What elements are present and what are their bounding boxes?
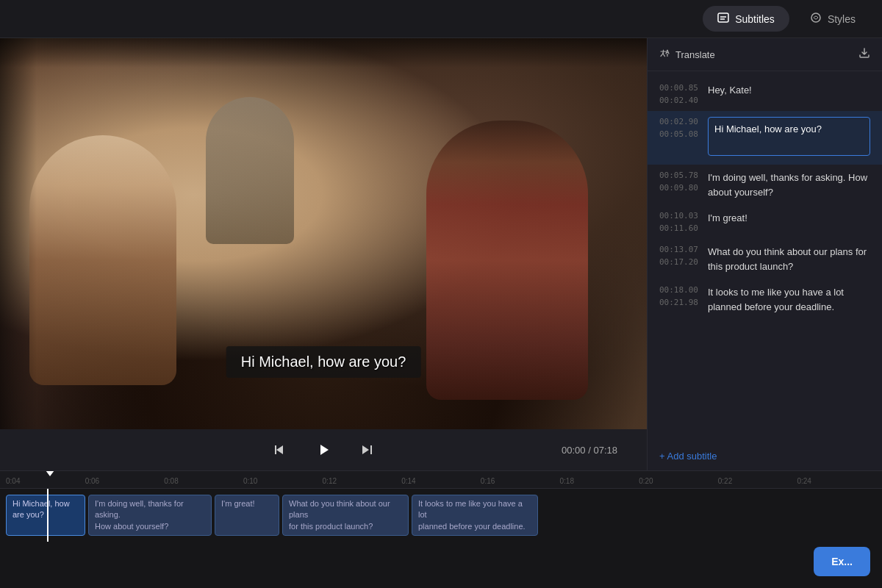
ruler-mark: 0:18	[559, 477, 639, 485]
text-column: I'm great!	[708, 211, 870, 233]
subtitle-item[interactable]: 00:00.85 00:02.40 Hey, Kate!	[648, 77, 882, 111]
text-column[interactable]: Hi Michael, how are you?	[708, 117, 870, 159]
text-column: I'm doing well, thanks for asking. How a…	[708, 171, 870, 199]
time-start: 00:18.00	[659, 285, 699, 295]
ruler-mark: 0:22	[718, 477, 797, 485]
timeline-tracks: Hi Michael, how are you? I'm doing well,…	[0, 489, 882, 542]
ruler-mark: 0:08	[164, 477, 243, 485]
video-subtitle-overlay: Hi Michael, how are you?	[226, 346, 421, 378]
current-time: 00:00	[562, 445, 586, 456]
time-start: 00:10.03	[659, 211, 699, 220]
time-start: 00:00.85	[659, 83, 699, 93]
export-label: Ex...	[831, 556, 853, 567]
timeline-clip[interactable]: I'm doing well, thanks for asking. How a…	[88, 495, 212, 536]
video-controls: 00:00 / 07:18	[0, 429, 647, 470]
timeline-panel: 0:04 0:06 0:08 0:10 0:12 0:14 0:16 0:18 …	[0, 470, 882, 588]
ruler-marks: 0:04 0:06 0:08 0:10 0:12 0:14 0:16 0:18 …	[6, 477, 876, 485]
time-end: 00:21.98	[659, 298, 699, 307]
time-column: 00:18.00 00:21.98	[659, 285, 699, 314]
skip-back-button[interactable]	[266, 437, 293, 463]
tab-styles[interactable]: Styles	[795, 6, 870, 32]
time-start: 00:02.90	[659, 117, 699, 126]
total-time: 07:18	[593, 445, 617, 456]
subtitle-item[interactable]: 00:10.03 00:11.60 I'm great!	[648, 205, 882, 239]
svg-point-3	[811, 13, 820, 22]
subtitle-item[interactable]: 00:05.78 00:09.80 I'm doing well, thanks…	[648, 165, 882, 205]
video-overlay-top	[0, 38, 647, 68]
ruler-mark: 0:10	[243, 477, 323, 485]
timeline-clip-active[interactable]: Hi Michael, how are you?	[6, 495, 85, 536]
person-right-silhouette	[426, 121, 588, 400]
translate-button[interactable]: Translate	[659, 49, 715, 60]
ruler-mark: 0:24	[797, 477, 876, 485]
timeline-clip[interactable]: It looks to me like you have a lot plann…	[412, 495, 538, 536]
top-bar: Subtitles Styles	[0, 0, 882, 38]
time-column: 00:02.90 00:05.08	[659, 117, 699, 159]
timeline-ruler: 0:04 0:06 0:08 0:10 0:12 0:14 0:16 0:18 …	[0, 471, 882, 489]
time-start: 00:13.07	[659, 245, 699, 254]
timeline-playhead	[47, 489, 49, 542]
add-subtitle-button[interactable]: + Add subtitle	[648, 442, 882, 470]
ruler-mark: 0:14	[401, 477, 481, 485]
time-end: 00:02.40	[659, 96, 699, 105]
time-column: 00:13.07 00:17.20	[659, 245, 699, 273]
time-end: 00:09.80	[659, 183, 699, 193]
styles-icon	[810, 12, 822, 26]
tab-styles-label: Styles	[828, 13, 856, 25]
text-column: It looks to me like you have a lot plann…	[708, 285, 870, 314]
subtitle-text: What do you think about our plans for th…	[708, 246, 867, 272]
subtitle-item[interactable]: 00:13.07 00:17.20 What do you think abou…	[648, 239, 882, 279]
skip-forward-button[interactable]	[354, 437, 381, 463]
svg-rect-0	[718, 13, 728, 22]
video-panel: Hi Michael, how are you?	[0, 38, 647, 470]
subtitles-icon	[717, 12, 729, 26]
subtitle-text: I'm great!	[708, 212, 747, 223]
ruler-mark: 0:06	[85, 477, 165, 485]
video-area: Hi Michael, how are you?	[0, 38, 647, 429]
time-start: 00:05.78	[659, 171, 699, 180]
ruler-mark: 0:04	[6, 477, 85, 485]
subtitle-item[interactable]: 00:18.00 00:21.98 It looks to me like yo…	[648, 279, 882, 320]
right-panel-header: Translate	[648, 38, 882, 71]
time-column: 00:00.85 00:02.40	[659, 83, 699, 105]
add-subtitle-label: + Add subtitle	[659, 451, 717, 462]
main-content: Hi Michael, how are you?	[0, 38, 882, 470]
download-button[interactable]	[858, 47, 870, 62]
time-column: 00:10.03 00:11.60	[659, 211, 699, 233]
tab-subtitles[interactable]: Subtitles	[703, 6, 789, 32]
time-end: 00:17.20	[659, 257, 699, 267]
person-background-silhouette	[206, 97, 294, 244]
subtitle-text: I'm doing well, thanks for asking. How a…	[708, 172, 867, 198]
play-button[interactable]	[310, 437, 337, 463]
text-column: Hey, Kate!	[708, 83, 870, 105]
timeline-clip[interactable]: What do you think about our plans for th…	[282, 495, 409, 536]
time-display: 00:00 / 07:18	[562, 445, 617, 456]
time-column: 00:05.78 00:09.80	[659, 171, 699, 199]
timeline-clip[interactable]: I'm great!	[215, 495, 279, 536]
time-end: 00:05.08	[659, 129, 699, 139]
subtitle-text-input[interactable]: Hi Michael, how are you?	[708, 117, 870, 156]
playhead-indicator	[46, 470, 54, 476]
subtitle-text: Hey, Kate!	[708, 85, 752, 96]
text-column: What do you think about our plans for th…	[708, 245, 870, 273]
tab-subtitles-label: Subtitles	[735, 13, 775, 25]
subtitle-item-active[interactable]: 00:02.90 00:05.08 Hi Michael, how are yo…	[648, 111, 882, 165]
video-placeholder: Hi Michael, how are you?	[0, 38, 647, 429]
ruler-mark: 0:20	[639, 477, 718, 485]
right-panel: Translate 00:00.85 00:02.40 Hey, Kate!	[647, 38, 882, 470]
translate-label: Translate	[675, 49, 715, 60]
subtitle-list: 00:00.85 00:02.40 Hey, Kate! 00:02.90 00…	[648, 71, 882, 442]
video-overlay-left	[0, 38, 37, 429]
video-subtitle-text: Hi Michael, how are you?	[241, 354, 406, 370]
ruler-mark: 0:12	[323, 477, 402, 485]
export-button[interactable]: Ex...	[814, 547, 870, 576]
person-left-silhouette	[29, 135, 176, 385]
subtitle-text: It looks to me like you have a lot plann…	[708, 287, 844, 312]
ruler-mark: 0:16	[481, 477, 560, 485]
time-end: 00:11.60	[659, 223, 699, 233]
